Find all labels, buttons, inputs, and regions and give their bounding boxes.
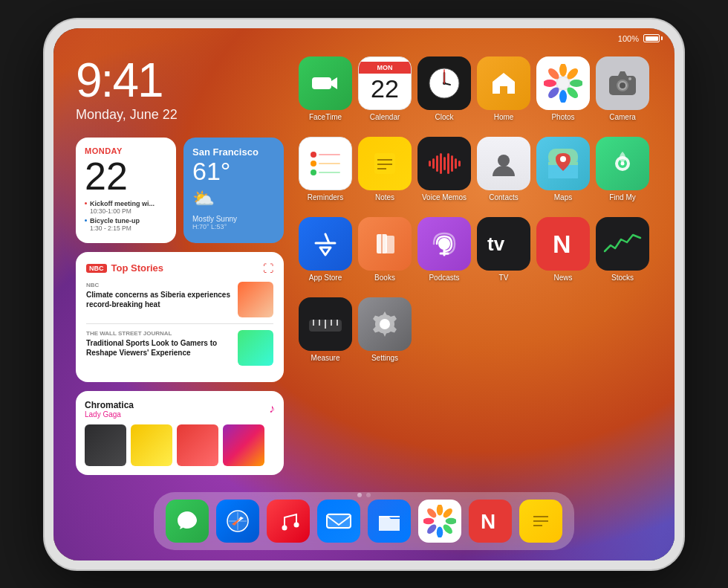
app-findmy[interactable]: Find My [596, 137, 649, 202]
app-home[interactable]: Home [477, 56, 530, 122]
svg-point-59 [446, 517, 456, 523]
reminders-label: Reminders [308, 193, 343, 202]
svg-point-9 [559, 90, 567, 103]
tv-icon: tv [477, 217, 530, 271]
news-item-1: NBC Climate concerns as Siberia experien… [86, 282, 273, 324]
news-dock-icon: N [469, 500, 512, 543]
weather-temp: 61° [192, 158, 275, 185]
music-note-icon: ♪ [269, 402, 275, 416]
books-icon [358, 217, 412, 271]
svg-point-54 [294, 522, 299, 527]
app-camera[interactable]: Camera [596, 56, 649, 122]
widget-music[interactable]: Chromatica Lady Gaga ♪ [76, 391, 284, 475]
app-news[interactable]: N News [536, 217, 590, 282]
app-contacts[interactable]: Contacts [477, 137, 530, 202]
reminders-icon [299, 137, 352, 190]
contacts-icon [477, 137, 530, 190]
app-settings[interactable]: Settings [358, 297, 412, 363]
app-books[interactable]: Books [358, 217, 412, 282]
news-icon: ⛶ [263, 262, 273, 274]
dock-safari[interactable] [216, 500, 259, 543]
facetime-label: FaceTime [309, 113, 342, 122]
svg-point-13 [557, 77, 569, 89]
app-facetime[interactable]: FaceTime [299, 56, 352, 122]
files-icon [368, 500, 411, 543]
app-grid-row4: Measure Settings [299, 291, 652, 369]
cal-event-title-2: Bicycle tune-up [90, 217, 140, 224]
cal-event-dot-2 [85, 219, 87, 222]
dock-files[interactable] [368, 500, 411, 543]
maps-label: Maps [554, 193, 572, 202]
cal-event-2: Bicycle tune-up 1:30 - 2:15 PM [85, 217, 167, 232]
album-art-3 [177, 424, 218, 466]
voicememos-label: Voice Memos [422, 193, 467, 202]
camera-icon [596, 56, 649, 110]
app-grid-row3: App Store Books [299, 211, 652, 288]
album-art-2 [131, 424, 172, 466]
app-appstore[interactable]: App Store [299, 217, 352, 282]
svg-point-53 [282, 525, 287, 530]
dock-mail[interactable] [317, 500, 360, 543]
app-measure[interactable]: Measure [299, 297, 352, 363]
svg-point-7 [570, 80, 582, 87]
measure-label: Measure [311, 354, 340, 363]
widget-weather[interactable]: San Francisco 61° ⛅ Mostly Sunny H:70° L… [183, 138, 284, 243]
svg-point-62 [426, 523, 438, 535]
notes-dock-icon [519, 500, 562, 543]
app-calendar[interactable]: MON 22 Calendar [358, 56, 412, 122]
cal-icon-day: 22 [371, 74, 399, 104]
books-label: Books [374, 274, 395, 282]
status-bar: 100% [53, 28, 675, 49]
app-notes[interactable]: Notes [358, 137, 412, 202]
notes-icon [358, 137, 412, 190]
battery-icon [643, 34, 663, 42]
stocks-icon [596, 217, 649, 271]
home-label: Home [494, 113, 514, 122]
facetime-icon [299, 56, 352, 110]
widget-calendar[interactable]: MONDAY 22 Kickoff meeting wi... 10:30-1:… [76, 138, 176, 243]
svg-rect-55 [327, 513, 351, 529]
date: Monday, June 22 [76, 107, 284, 123]
news-header: NBC Top Stories ⛶ [86, 262, 273, 274]
findmy-icon [596, 137, 649, 190]
svg-point-5 [559, 64, 567, 77]
app-photos[interactable]: Photos [536, 56, 590, 122]
status-icons: 100% [618, 34, 663, 43]
dock-music[interactable] [267, 500, 310, 543]
news-item-2: THE WALL STREET JOURNAL Traditional Spor… [86, 330, 273, 372]
svg-point-61 [437, 526, 443, 537]
news-source-2: THE WALL STREET JOURNAL [86, 330, 232, 337]
cal-event-time-1: 10:30-1:00 PM [90, 207, 155, 215]
photos-dock-icon [418, 500, 461, 543]
cal-event-1: Kickoff meeting wi... 10:30-1:00 PM [85, 200, 167, 215]
weather-condition: Mostly Sunny H:70° L:53° [192, 215, 275, 230]
app-podcasts[interactable]: Podcasts [417, 217, 471, 282]
music-artist: Lady Gaga [85, 410, 134, 419]
app-maps[interactable]: Maps [536, 137, 590, 202]
dock-news[interactable]: N [469, 500, 512, 543]
voicememos-icon [417, 137, 471, 190]
news-headline-1: Climate concerns as Siberia experiences … [86, 290, 232, 309]
app-grid-row1: FaceTime MON 22 Calendar [299, 51, 652, 128]
dock-photos[interactable] [418, 500, 461, 543]
app-tv[interactable]: tv TV [477, 217, 530, 282]
app-reminders[interactable]: Reminders [299, 137, 352, 202]
dock-messages[interactable] [166, 500, 209, 543]
widgets-row: MONDAY 22 Kickoff meeting wi... 10:30-1:… [76, 138, 284, 243]
screen: 100% 9:41 Monday, June 22 [53, 28, 675, 560]
news-source-nbc: NBC [86, 264, 107, 273]
app-stocks[interactable]: Stocks [596, 217, 649, 282]
svg-rect-34 [386, 236, 394, 253]
cal-day: 22 [85, 157, 167, 196]
app-clock[interactable]: Clock [417, 56, 471, 122]
calendar-label: Calendar [370, 113, 400, 122]
findmy-label: Find My [609, 193, 636, 202]
cal-icon-header: MON [359, 62, 411, 74]
widget-news[interactable]: NBC Top Stories ⛶ NBC Climate concerns a… [76, 252, 284, 382]
weather-city: San Francisco [192, 146, 275, 158]
photos-icon [536, 56, 590, 110]
svg-point-60 [441, 523, 454, 535]
svg-point-58 [441, 506, 454, 519]
dock-notes[interactable] [519, 500, 562, 543]
app-voicememos[interactable]: Voice Memos [417, 137, 471, 202]
